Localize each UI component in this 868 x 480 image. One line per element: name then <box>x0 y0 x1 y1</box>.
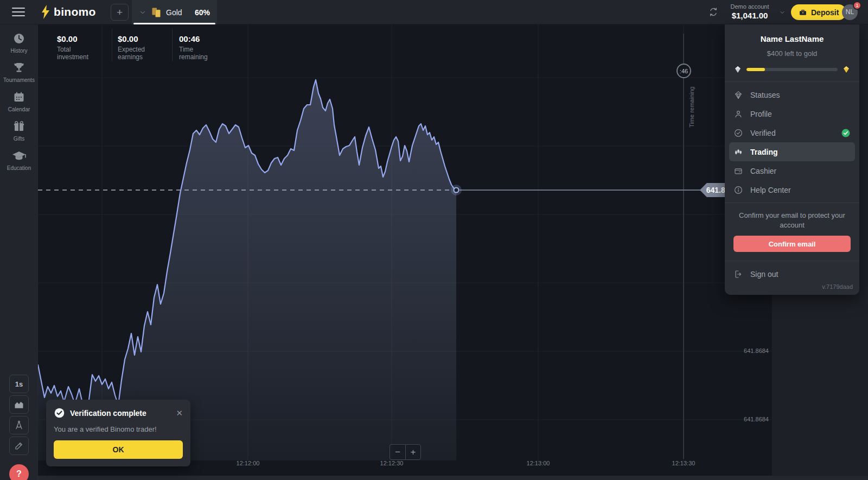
user-name: Name LastName <box>733 34 851 43</box>
binomo-logo: binomo <box>41 5 96 19</box>
add-asset-tab-button[interactable]: + <box>111 4 129 21</box>
left-sidebar: History Tournaments Calendar Gifts <box>0 24 38 480</box>
trophy-icon <box>12 61 25 74</box>
menu-item-cashier[interactable]: Cashier <box>725 161 859 180</box>
logo-text: binomo <box>54 5 96 18</box>
menu-item-verified[interactable]: Verified <box>725 123 859 142</box>
account-chevron-down-icon[interactable] <box>779 9 786 16</box>
expected-earnings-stat: $0.00 Expected earnings <box>118 34 145 61</box>
account-balance: $1,041.00 <box>723 11 777 20</box>
status-progress-track <box>746 68 838 71</box>
sign-out-button[interactable]: Sign out <box>725 261 859 280</box>
price-axis-label: 641.8684 <box>731 348 769 354</box>
menu-hamburger-icon[interactable] <box>12 8 25 16</box>
timeframe-button[interactable]: 1s <box>9 375 29 393</box>
calendar-icon <box>12 91 25 104</box>
bolt-icon <box>41 5 50 19</box>
active-tab-underline <box>133 23 215 24</box>
chart-scrollbar[interactable] <box>38 476 868 480</box>
gem-outline-icon <box>733 90 743 100</box>
stats-divider <box>172 28 173 61</box>
briefcase-icon <box>799 8 807 17</box>
purchase-deadline-badge: :46 <box>676 64 691 78</box>
top-bar: binomo + Gold 60% Demo account $1,041.00… <box>0 0 868 24</box>
time-axis-label: 12:13:30 <box>662 460 705 466</box>
check-circle-white-icon <box>54 407 65 419</box>
sidebar-item-calendar[interactable]: Calendar <box>0 91 38 112</box>
app-version: v.7179daad <box>725 280 859 295</box>
sidebar-item-tournaments[interactable]: Tournaments <box>0 61 38 83</box>
menu-item-help-center[interactable]: Help Center <box>725 180 859 199</box>
asset-payout: 60% <box>195 8 210 17</box>
user-menu-list: Statuses Profile Verified <box>725 82 859 203</box>
email-confirm-note: Confirm your email to protect your accou… <box>733 211 851 230</box>
status-progress-fill <box>746 68 765 71</box>
sidebar-item-history[interactable]: History <box>0 32 38 54</box>
deposit-label: Deposit <box>811 8 839 17</box>
silver-gem-icon <box>733 65 742 74</box>
sign-out-icon <box>733 269 743 279</box>
menu-item-trading[interactable]: Trading <box>729 142 855 161</box>
area-chart-icon <box>14 399 24 410</box>
expected-earnings-label: Expected earnings <box>118 46 145 61</box>
indicators-button[interactable] <box>9 416 29 434</box>
person-icon <box>733 109 743 119</box>
pencil-icon <box>14 441 24 451</box>
expected-earnings-value: $0.00 <box>118 34 145 43</box>
verified-green-badge-icon <box>841 128 851 138</box>
time-axis-label: 12:12:30 <box>370 460 413 466</box>
time-axis-label: 12:12:00 <box>226 460 270 466</box>
total-investment-value: $0.00 <box>57 34 88 43</box>
stats-divider <box>112 28 112 61</box>
time-remaining-stat: 00:46 Time remaining <box>179 34 208 61</box>
zoom-in-button[interactable]: + <box>405 444 421 460</box>
confirm-email-button[interactable]: Confirm email <box>733 236 851 252</box>
info-circle-icon <box>733 185 743 195</box>
status-progress-text: $400 left to gold <box>733 49 851 58</box>
time-axis-label: 12:13:00 <box>516 460 560 466</box>
deposit-button[interactable]: Deposit <box>791 4 846 20</box>
time-remaining-axis-label: Time remaining <box>688 83 695 131</box>
chart-zoom-controls: − + <box>390 444 421 460</box>
user-menu-dropdown: Name LastName $400 left to gold Statuses <box>725 24 859 295</box>
chart-type-button[interactable] <box>9 395 29 414</box>
gift-icon <box>12 120 25 133</box>
menu-item-statuses[interactable]: Statuses <box>725 85 859 104</box>
gold-bars-icon <box>151 7 162 18</box>
account-type: Demo account <box>723 3 777 10</box>
total-investment-label: Total investment <box>57 46 88 61</box>
verification-toast: Verification complete ✕ You are a verifi… <box>46 400 190 466</box>
candlestick-icon <box>733 147 743 157</box>
price-axis-label: 641.8684 <box>731 416 769 422</box>
sidebar-item-gifts[interactable]: Gifts <box>0 120 38 142</box>
email-confirm-section: Confirm your email to protect your accou… <box>725 203 859 261</box>
drawing-tools-button[interactable] <box>9 437 29 455</box>
user-menu-header: Name LastName $400 left to gold <box>725 24 859 81</box>
sidebar-item-education[interactable]: Education <box>0 149 38 171</box>
asset-name: Gold <box>166 8 182 17</box>
check-circle-icon <box>733 128 743 138</box>
menu-item-profile[interactable]: Profile <box>725 104 859 123</box>
zoom-out-button[interactable]: − <box>390 444 405 460</box>
history-clock-icon <box>12 32 25 45</box>
gold-gem-icon <box>842 65 851 74</box>
wallet-icon <box>733 166 743 176</box>
account-selector[interactable]: Demo account $1,041.00 <box>723 3 777 20</box>
toast-ok-button[interactable]: OK <box>54 440 183 459</box>
notification-badge: 1 <box>853 1 861 10</box>
graduation-cap-icon <box>12 149 26 162</box>
compass-icon <box>14 420 24 431</box>
toast-title: Verification complete <box>70 409 171 418</box>
chevron-down-icon[interactable] <box>139 9 146 16</box>
time-remaining-label: Time remaining <box>179 46 208 61</box>
time-remaining-value: 00:46 <box>179 34 208 43</box>
status-progress <box>733 65 851 74</box>
toast-close-icon[interactable]: ✕ <box>176 409 183 417</box>
refresh-icon[interactable] <box>708 7 719 17</box>
asset-tab-gold[interactable]: Gold 60% <box>132 0 217 24</box>
total-investment-stat: $0.00 Total investment <box>57 34 88 61</box>
support-button[interactable]: ? <box>9 464 29 480</box>
toast-body: You are a verified Binomo trader! <box>54 425 183 433</box>
